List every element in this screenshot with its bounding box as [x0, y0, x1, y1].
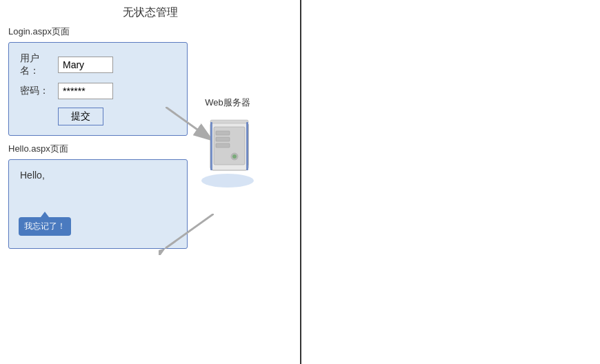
left-server-label: Web服务器	[197, 97, 259, 109]
svg-rect-7	[216, 131, 230, 135]
svg-rect-8	[216, 137, 230, 141]
left-username-label: 用户名：	[20, 52, 58, 77]
svg-rect-13	[210, 120, 248, 123]
left-hello-text: Hello,	[20, 170, 176, 181]
left-arrow-from-server	[159, 214, 214, 257]
left-username-row: 用户名：	[20, 52, 176, 77]
left-username-input[interactable]	[58, 57, 113, 73]
left-submit-button[interactable]: 提交	[58, 108, 103, 125]
svg-line-3	[166, 214, 214, 248]
main-container: 无状态管理 Login.aspx页面 用户名： 密码： 提交	[0, 0, 600, 364]
panel-divider	[300, 0, 301, 364]
svg-rect-15	[246, 122, 248, 170]
left-password-label: 密码：	[20, 85, 58, 97]
left-tooltip: 我忘记了！	[19, 217, 71, 236]
left-panel: 无状态管理 Login.aspx页面 用户名： 密码： 提交	[0, 0, 300, 364]
left-server-area: Web服务器	[197, 97, 259, 190]
left-server-icon	[197, 112, 259, 188]
left-login-page-label: Login.aspx页面	[8, 26, 292, 38]
left-password-input[interactable]	[58, 83, 113, 99]
svg-rect-14	[210, 122, 212, 170]
right-panel: 有状态管理 Login.aspx页面 用户名： 密码： 提交	[300, 0, 600, 11]
left-password-row: 密码：	[20, 83, 176, 99]
left-title: 无状态管理	[8, 6, 292, 20]
svg-rect-9	[216, 143, 230, 148]
svg-point-4	[201, 174, 254, 188]
svg-point-11	[232, 154, 237, 159]
left-login-form: 用户名： 密码： 提交	[8, 42, 188, 136]
